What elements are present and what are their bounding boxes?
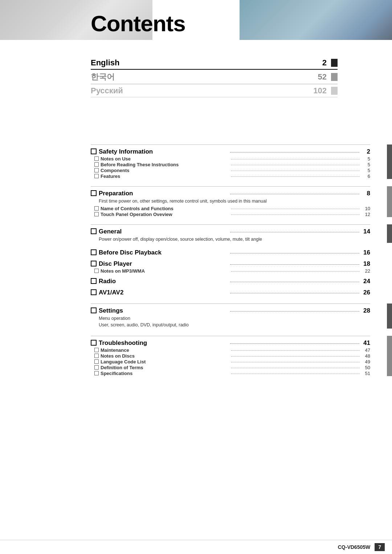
toc-main-disc-player: Disc Player 18 [91, 260, 370, 268]
dots-notes-discs [231, 356, 360, 357]
toc-label-disc-player: Disc Player [99, 260, 228, 268]
checkbox-before-disc [91, 249, 97, 255]
lang-divider-russian [91, 97, 338, 97]
toc-label-general: General [99, 228, 228, 235]
accent-bar-preparation [387, 186, 392, 217]
toc-sub-mp3wma: Notes on MP3/WMA 22 [94, 268, 370, 274]
toc-page-specifications: 51 [362, 371, 370, 376]
toc-sub-components: Components 5 [94, 168, 370, 173]
lang-page-korean: 52 [312, 72, 327, 82]
checkbox-settings [91, 307, 97, 313]
checkbox-av1av2 [91, 289, 97, 295]
checkbox-disc-player [91, 261, 97, 266]
toc-main-av1av2: AV1/AV2 26 [91, 289, 370, 296]
toc-group-preparation: Preparation 8 First time power on, other… [91, 186, 370, 217]
dots-mp3wma [231, 271, 360, 272]
lang-row-english: English 2 [91, 58, 338, 68]
toc-main-safety: Safety Information 2 [91, 148, 370, 155]
toc-group-before-disc: Before Disc Playback 16 [91, 249, 370, 256]
checkbox-notes-on-use [94, 156, 99, 161]
toc-label-before-reading: Before Reading These Instructions [101, 162, 229, 167]
dots-av1av2 [230, 293, 359, 293]
toc-label-radio: Radio [99, 278, 228, 285]
toc-label-before-disc: Before Disc Playback [99, 249, 228, 256]
toc-label-features: Features [101, 174, 229, 179]
header-bg-right [240, 0, 392, 40]
checkbox-specifications [94, 371, 99, 375]
toc-label-troubleshooting: Troubleshooting [99, 339, 228, 347]
dots-definition-terms [231, 368, 360, 368]
checkbox-safety [91, 148, 97, 154]
lang-row-russian: Русский 102 [91, 86, 338, 95]
toc-main-general: General 14 [91, 228, 370, 235]
desc-settings: Menu operationUser, screen, audio, DVD, … [99, 315, 370, 329]
page-title: Contents [91, 11, 185, 36]
checkbox-touch-panel [94, 212, 99, 216]
checkbox-radio [91, 278, 97, 284]
desc-preparation: First time power on, other settings, rem… [99, 198, 370, 205]
lang-page-english: 2 [312, 58, 327, 68]
toc-page-features: 6 [362, 174, 370, 179]
toc-label-safety: Safety Information [99, 148, 228, 155]
accent-bar-settings [387, 304, 392, 329]
lang-divider-english [91, 69, 338, 70]
checkbox-maintenance [94, 348, 99, 352]
dots-before-disc [230, 253, 359, 253]
dots-specifications [231, 374, 360, 374]
model-number: CQ-VD6505W [338, 544, 370, 550]
lang-bar-russian [331, 87, 338, 95]
dots-name-controls [231, 209, 360, 209]
lang-name-korean: 한국어 [91, 72, 207, 82]
toc-label-components: Components [101, 168, 229, 173]
toc-page-definition-terms: 50 [362, 365, 370, 370]
toc-group-safety: Safety Information 2 Notes on Use 5 Befo… [91, 144, 370, 179]
toc-main-radio: Radio 24 [91, 277, 370, 285]
checkbox-preparation [91, 190, 97, 196]
dots-before-reading [231, 165, 360, 165]
dots-radio [230, 282, 359, 282]
toc-label-name-controls: Name of Controls and Functions [101, 206, 229, 211]
toc-page-preparation: 8 [362, 190, 370, 197]
toc-page-touch-panel: 12 [362, 212, 370, 217]
toc-page-before-reading: 5 [362, 162, 370, 167]
toc-label-touch-panel: Touch Panel Operation Oveview [101, 212, 229, 217]
dots-maintenance [231, 350, 360, 351]
toc-sub-notes-on-use: Notes on Use 5 [94, 156, 370, 162]
dots-preparation [230, 194, 359, 194]
checkbox-features [94, 174, 99, 178]
toc-group-disc-player: Disc Player 18 Notes on MP3/WMA 22 [91, 260, 370, 274]
toc-label-maintenance: Maintenance [101, 347, 229, 353]
dots-disc-player [230, 264, 359, 265]
lang-bar-english [331, 59, 338, 67]
lang-divider-korean [91, 84, 338, 84]
toc-page-maintenance: 47 [362, 347, 370, 353]
toc-main-settings: Settings 28 [91, 307, 370, 314]
checkbox-definition-terms [94, 365, 99, 370]
lang-page-russian: 102 [312, 86, 327, 95]
toc-label-notes-on-use: Notes on Use [101, 156, 229, 162]
accent-bar-troubleshooting [387, 336, 392, 376]
dots-safety [230, 152, 359, 152]
main-content: English 2 한국어 52 Русский 102 Safety Info [0, 40, 392, 420]
toc-sub-notes-discs: Notes on Discs 48 [94, 353, 370, 359]
toc-label-settings: Settings [99, 307, 228, 314]
page-header: Contents [0, 0, 392, 40]
checkbox-mp3wma [94, 269, 99, 273]
toc-main-before-disc: Before Disc Playback 16 [91, 249, 370, 256]
accent-bar-general [387, 224, 392, 243]
toc-label-mp3wma: Notes on MP3/WMA [101, 268, 229, 274]
dots-troubleshooting [230, 343, 359, 344]
toc-sub-touch-panel: Touch Panel Operation Oveview 12 [94, 212, 370, 217]
toc-sub-name-controls: Name of Controls and Functions 10 [94, 206, 370, 211]
language-section: English 2 한국어 52 Русский 102 [91, 58, 338, 97]
toc-page-components: 5 [362, 168, 370, 173]
toc-label-preparation: Preparation [99, 190, 228, 197]
dots-settings [230, 311, 359, 311]
page-footer: CQ-VD6505W 7 [0, 540, 392, 554]
checkbox-troubleshooting [91, 340, 97, 346]
toc-page-troubleshooting: 41 [362, 339, 370, 347]
toc-page-disc-player: 18 [362, 260, 370, 268]
toc-sub-maintenance: Maintenance 47 [94, 347, 370, 353]
toc-main-troubleshooting: Troubleshooting 41 [91, 339, 370, 347]
toc-page-av1av2: 26 [362, 289, 370, 296]
